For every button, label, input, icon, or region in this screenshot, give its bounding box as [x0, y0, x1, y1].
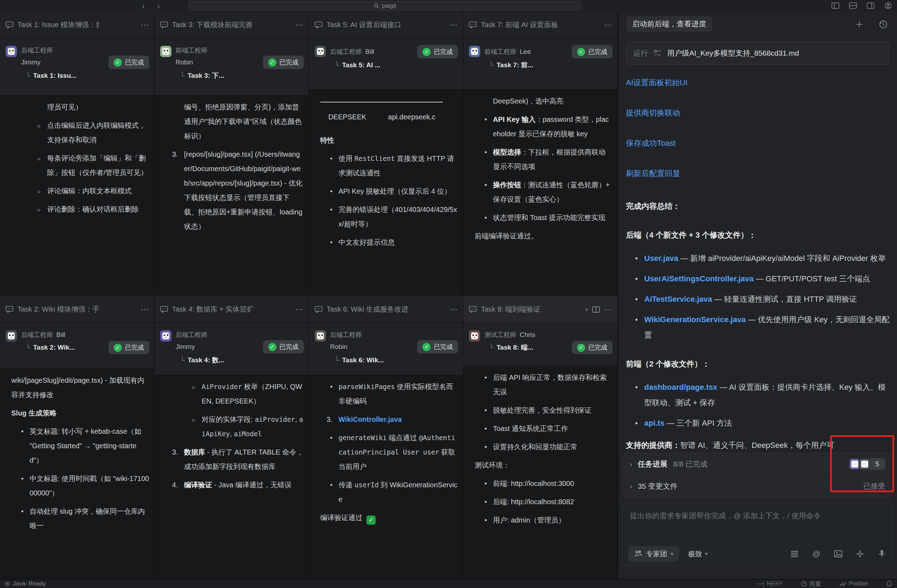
inline-link[interactable]: AiTestService.java [644, 295, 712, 303]
content-line: 编号、拒绝原因弹窗、分页)，添加普通用户"我的下载申请"区域（状态颜色标识） [155, 100, 309, 143]
line-body: 完善的错误处理（401/403/404/429/5xx/超时等） [339, 206, 457, 228]
avatar-face [162, 48, 169, 55]
content-line: 3.WikiController.java [309, 412, 463, 427]
chevron-right-icon[interactable]: › [585, 305, 588, 314]
inline-link[interactable]: dashboard/page.tsx [644, 383, 718, 392]
column-menu[interactable]: ⋯ [141, 20, 148, 29]
run-file-chip[interactable]: 运行 用户级AI_Key多模型支持_8568cd31.md [626, 41, 889, 65]
team-selector[interactable]: 专家团 ▾ [628, 546, 679, 562]
section-task-progress[interactable]: › 任务进展 8/8 已完成 5 [623, 453, 892, 475]
window-panel-right-icon[interactable] [865, 2, 876, 9]
progress-link[interactable]: 刷新后配置回显 [626, 169, 680, 178]
comment-icon [469, 21, 477, 29]
inline-link[interactable]: User.java [644, 254, 678, 263]
status-badge: ✓已完成 [572, 45, 612, 58]
task-card[interactable]: 前端工程师Lee✓已完成└Task 7: 前... [469, 45, 612, 71]
image-icon[interactable] [833, 549, 843, 559]
content-line: 模型选择：下拉框，根据提供商联动显示不同选项 [463, 145, 617, 174]
card-main: 前端工程师Lee✓已完成└Task 7: 前... [484, 45, 612, 71]
inline-text: Toast 通知系统正常工作 [493, 425, 568, 432]
task-card[interactable]: 后端工程师Jimmy✓已完成└Task 1: Issu... [6, 45, 149, 82]
line-body: 状态管理和 Toast 提示功能完整实现 [493, 214, 605, 222]
check-circle-icon: ✓ [422, 343, 430, 351]
status-badge: ✓已完成 [572, 341, 612, 354]
column-menu[interactable]: ⋯ [141, 305, 148, 314]
inline-text: 自动处理 slug 冲突，确保同一仓库内唯一 [29, 507, 145, 530]
panel-scroll-area[interactable]: 启动前后端，查看进度 运行 用户级AI_Key多模型支持_8568cd31.md… [626, 16, 892, 436]
progress-link[interactable]: 提供商切换联动 [626, 109, 680, 117]
mode-selector[interactable]: 极致 ▾ [688, 549, 708, 559]
content-line: 自动处理 slug 冲突，确保同一仓库内唯一 [0, 504, 154, 533]
member-name: Robin [330, 343, 348, 351]
inline-link[interactable]: WikiGenerationService.java [644, 315, 745, 324]
progress-link[interactable]: AI设置面板初始UI [626, 78, 687, 87]
history-icon[interactable] [878, 20, 889, 29]
microphone-icon[interactable] [877, 549, 887, 559]
line-body: [repos/[slug]/page.tsx] (/Users/itwanger… [184, 150, 303, 230]
column-menu[interactable]: ⋯ [295, 305, 303, 314]
check-circle-icon: ✓ [268, 58, 276, 67]
window-panel-left-icon[interactable] [830, 2, 841, 9]
inline-text: 传递 [339, 481, 355, 489]
content-line: 英文标题: 转小写 + kebab-case（如 "Getting Starte… [0, 424, 154, 468]
nav-back-button[interactable]: ‹ [142, 2, 145, 9]
task-card[interactable]: 后端工程师Bill└Task 2: Wik...✓已完成 [6, 329, 149, 354]
task-card[interactable]: 后端工程师Bill✓已完成└Task 5: AI ... [315, 45, 458, 71]
usage-button[interactable]: 用量 [801, 580, 821, 588]
avatar [6, 46, 17, 57]
bell-icon[interactable] [886, 580, 892, 587]
line-body: 脱敏处理完善，安全性得到保证 [493, 406, 591, 414]
column-menu[interactable]: ⋯ [604, 20, 612, 29]
column-header: Task 8: 端到端验证›⋯ [463, 296, 617, 323]
line-body: 每条评论旁添加「编辑」和「删除」按钮（仅作者/管理员可见） [47, 154, 148, 176]
chat-input[interactable]: 提出你的需求专家团帮你完成，@ 添加上下文，/ 使用命令 专家团 ▾ 极致 ▾ … [622, 504, 893, 566]
content-line: AiProvider 枚举（ZHIPU, QWEN, DEEPSEEK） [155, 380, 309, 409]
member-name: Robin [176, 58, 193, 66]
progress-link[interactable]: 保存成功Toast [626, 139, 675, 147]
lines-icon[interactable] [790, 549, 799, 559]
task-name: Task 5: AI ... [342, 61, 381, 69]
search-input[interactable]: paigit [188, 1, 582, 11]
column-content: parseWikiPages 使用实际模型名而非硬编码3.WikiControl… [309, 375, 463, 579]
nav-forward-button[interactable]: › [158, 2, 160, 9]
member-role: 后端工程师 [21, 46, 53, 55]
column-menu[interactable]: ⋯ [604, 305, 612, 314]
task-card[interactable]: 后端工程师Robin✓已完成└Task 6: Wik... [315, 329, 458, 366]
status-badge: ✓已完成 [263, 56, 304, 69]
task-card[interactable]: 前端工程师Robin✓已完成└Task 3: 下... [160, 45, 304, 82]
chevron-right-icon: › [630, 482, 632, 490]
window-layout-icon[interactable] [848, 2, 858, 9]
java-status[interactable]: Java: Ready [5, 580, 46, 587]
card-role-row: 后端工程师 [330, 329, 458, 340]
avatar-face [317, 332, 324, 340]
content-line: DeepSeek)，选中高亮 [463, 94, 617, 109]
session-title-pill[interactable]: 启动前后端，查看进度 [626, 16, 713, 32]
section-changed-files[interactable]: › 35 变更文件 已接受 [623, 475, 892, 497]
content-line: 3.数据库 - 执行了 ALTER TABLE 命令，成功添加新字段到现有数据库 [155, 445, 309, 474]
card-main: 后端工程师Jimmy✓已完成└Task 1: Issu... [21, 45, 149, 82]
run-file-name: 用户级AI_Key多模型支持_8568cd31.md [667, 48, 799, 58]
inline-link[interactable]: api.ts [644, 419, 664, 427]
member-role: 前端工程师 [176, 46, 207, 55]
inline-link[interactable]: UserAiSettingsController.java [644, 274, 754, 283]
task-name: Task 6: Wik... [342, 356, 384, 364]
card-name-row: Jimmy✓已完成 [21, 56, 149, 69]
task-card[interactable]: 后端工程师Jimmy✓已完成└Task 4: 数... [160, 329, 304, 366]
prettier-status[interactable]: Prettier [839, 580, 868, 587]
mention-icon[interactable]: @ [811, 549, 821, 559]
column-menu[interactable]: ⋯ [450, 305, 457, 314]
task-card[interactable]: 测试工程师Chris└Task 8: 端...✓已完成 [469, 329, 612, 354]
sparkle-icon[interactable] [855, 549, 865, 559]
new-session-plus-icon[interactable] [854, 20, 865, 29]
badge-label: 已完成 [125, 343, 144, 352]
account-icon[interactable] [883, 2, 894, 9]
column-menu[interactable]: ⋯ [295, 20, 303, 29]
list-number: 3. [172, 445, 178, 459]
next-toggle[interactable]: →| NEXT [756, 580, 782, 587]
column-menu[interactable]: ⋯ [450, 20, 457, 29]
inline-text: 理员可见） [47, 103, 83, 111]
badge-label: 已完成 [280, 58, 298, 67]
column-bottom-section: Task 2: Wiki 模块增强：手⋯后端工程师Bill└Task 2: Wi… [0, 296, 154, 579]
inline-link[interactable]: WikiController.java [339, 415, 402, 423]
split-view-icon[interactable] [592, 306, 600, 313]
